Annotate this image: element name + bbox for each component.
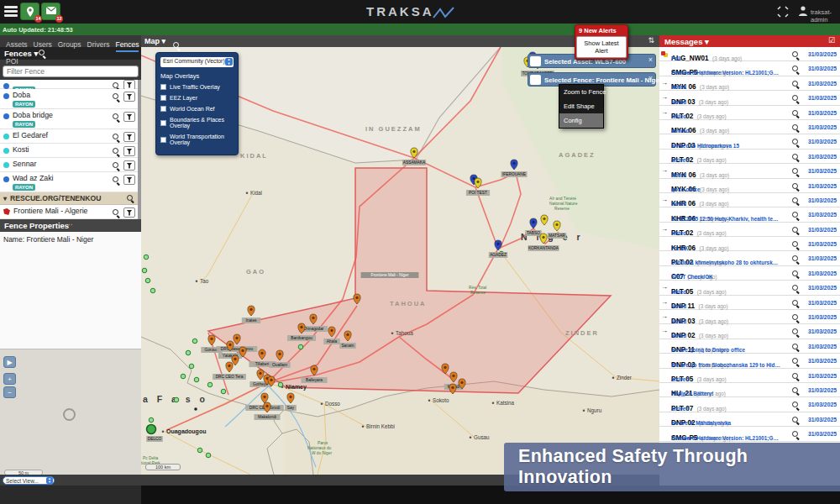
asset-dot-marker[interactable] bbox=[206, 453, 211, 458]
message-date[interactable]: 31/03/2025 bbox=[808, 402, 837, 407]
marker-drc-ceo-torodi[interactable] bbox=[261, 393, 268, 403]
message-row[interactable]: →PLT 02 (3 days ago)Noted31/03/2025 bbox=[659, 223, 840, 237]
asset-dot-marker[interactable] bbox=[298, 344, 303, 349]
user-name[interactable]: traksat-admin bbox=[811, 8, 840, 24]
minimap-zoom-in-button[interactable]: + bbox=[3, 373, 16, 385]
tab-users[interactable]: Users bbox=[34, 40, 52, 50]
locate-message-icon[interactable] bbox=[792, 344, 800, 351]
message-date[interactable]: 31/03/2025 bbox=[808, 139, 837, 144]
locate-message-icon[interactable] bbox=[792, 51, 800, 59]
message-row[interactable]: HU_21 (3 days ago)Replace Battery!31/03/… bbox=[659, 383, 840, 397]
fence-row-doba-bridge[interactable]: Doba bridgeRAYON bbox=[0, 109, 138, 129]
locate-message-icon[interactable] bbox=[792, 212, 800, 219]
message-date[interactable]: 31/03/2025 bbox=[808, 168, 837, 174]
message-row[interactable]: PLT 05 (3 days ago)arrived31/03/2025 bbox=[659, 369, 840, 383]
overlay-toggle-boundaries-places-overlay[interactable]: Boundaries & Places Overlay bbox=[160, 117, 234, 129]
message-date[interactable]: 31/03/2025 bbox=[808, 154, 837, 160]
locate-message-icon[interactable] bbox=[792, 387, 800, 395]
zoom-to-fence-icon[interactable] bbox=[113, 134, 120, 141]
locate-message-icon[interactable] bbox=[792, 402, 800, 409]
fence-filter-button[interactable] bbox=[123, 207, 135, 218]
zoom-to-fence-icon[interactable] bbox=[113, 113, 120, 121]
filter-fence-input[interactable] bbox=[3, 66, 139, 77]
fence-properties-header[interactable]: Fence Properties⋯ bbox=[0, 219, 141, 232]
asset-dot-marker[interactable] bbox=[145, 278, 150, 283]
message-row[interactable]: →DNP 11 (3 days ago)Noted31/03/2025 bbox=[659, 296, 840, 310]
messages-dropdown[interactable]: Messages ▾ bbox=[664, 37, 709, 46]
locate-message-icon[interactable] bbox=[792, 197, 800, 205]
marker-agadez[interactable] bbox=[495, 240, 501, 250]
locate-message-icon[interactable] bbox=[792, 95, 800, 102]
fence-row-el-gedaref[interactable]: El Gedaref bbox=[0, 129, 138, 144]
overlay-toggle-world-transportation-overlay[interactable]: World Transportation Overlay bbox=[160, 134, 234, 145]
show-latest-alert-button[interactable]: Show Latest Alert bbox=[576, 36, 627, 58]
locate-message-icon[interactable] bbox=[792, 168, 800, 176]
asset-dot-marker[interactable] bbox=[197, 448, 202, 453]
context-menu-item-edit-shape[interactable]: Edit Shape bbox=[559, 99, 603, 113]
cluster-marker[interactable] bbox=[147, 425, 156, 434]
locate-message-icon[interactable] bbox=[792, 81, 800, 88]
locate-message-icon[interactable] bbox=[792, 417, 800, 424]
message-date[interactable]: 31/03/2025 bbox=[808, 183, 837, 189]
marker-inates[interactable] bbox=[248, 306, 255, 316]
fence-row-wad-az-zaki[interactable]: Wad az ZakiRAYON bbox=[0, 172, 138, 192]
zoom-to-fence-icon[interactable] bbox=[113, 93, 120, 101]
message-date[interactable]: 31/03/2025 bbox=[808, 300, 837, 306]
locate-message-icon[interactable] bbox=[792, 300, 800, 307]
locate-message-icon[interactable] bbox=[792, 139, 800, 146]
locate-message-icon[interactable] bbox=[792, 183, 800, 191]
message-row[interactable]: C07 (3 days ago)SPOT Check/OK31/03/2025 bbox=[659, 266, 840, 281]
locate-message-icon[interactable] bbox=[792, 373, 800, 381]
locate-message-icon[interactable] bbox=[792, 358, 800, 365]
fence-filter-button[interactable] bbox=[123, 146, 135, 156]
close-fence-panel-icon[interactable]: × bbox=[648, 74, 653, 82]
message-row[interactable]: →DNP 03 (3 days ago)Noted31/03/2025 bbox=[659, 91, 840, 105]
checkbox-icon[interactable] bbox=[160, 95, 166, 101]
tab-groups[interactable]: Groups bbox=[58, 40, 81, 50]
message-row[interactable]: →PLT 02 (3 days ago)Noted31/03/2025 bbox=[659, 106, 840, 120]
asset-dot-marker[interactable] bbox=[189, 364, 194, 369]
marker-makalondi[interactable] bbox=[264, 402, 270, 412]
message-row[interactable]: MYK 06 (3 days ago)arrived31/03/2025 bbox=[659, 120, 840, 134]
locate-message-icon[interactable] bbox=[792, 241, 800, 249]
checkbox-icon[interactable] bbox=[160, 84, 166, 90]
message-date[interactable]: 31/03/2025 bbox=[808, 124, 837, 130]
message-date[interactable]: 31/03/2025 bbox=[808, 241, 837, 247]
marker-iferouane[interactable] bbox=[511, 160, 517, 170]
marker-drc-ceo-tera[interactable] bbox=[226, 362, 233, 372]
message-row[interactable]: SMG-P5 (3 days ago)Firmware/Hardware Ver… bbox=[659, 427, 840, 441]
fence-row-sennar[interactable]: Sennar bbox=[0, 158, 138, 172]
message-date[interactable]: 31/03/2025 bbox=[808, 110, 837, 116]
locate-message-icon[interactable] bbox=[792, 227, 800, 234]
asset-dot-marker[interactable] bbox=[149, 417, 154, 423]
tab-drivers[interactable]: Drivers bbox=[87, 40, 110, 50]
message-row[interactable]: →PLT 05 (3 days ago)Noted31/03/2025 bbox=[659, 281, 840, 295]
asset-dot-marker[interactable] bbox=[142, 268, 147, 273]
asset-dot-marker[interactable] bbox=[186, 350, 191, 355]
tab-assets[interactable]: Assets bbox=[6, 40, 28, 50]
message-date[interactable]: 31/03/2025 bbox=[808, 227, 837, 233]
asset-dot-marker[interactable] bbox=[192, 339, 197, 344]
map-search-icon[interactable] bbox=[173, 42, 181, 50]
fences-search-icon[interactable] bbox=[39, 50, 46, 57]
message-date[interactable]: 31/03/2025 bbox=[808, 314, 837, 320]
message-row[interactable]: →KHR 06 (3 days ago)Noted31/03/2025 bbox=[659, 193, 840, 207]
locate-message-icon[interactable] bbox=[792, 255, 800, 263]
message-row[interactable]: KHR 06 (3 days ago)I'm OK31/03/2025 bbox=[659, 237, 840, 251]
marker-matsar[interactable] bbox=[554, 221, 560, 231]
fence-row-kosti[interactable]: Kosti bbox=[0, 144, 138, 158]
basemap-select[interactable]: Esri Community (Vector)▲▼ bbox=[160, 57, 234, 67]
fullscreen-icon[interactable] bbox=[777, 6, 789, 21]
marker-gotheye[interactable] bbox=[257, 370, 264, 380]
locate-message-icon[interactable] bbox=[792, 154, 800, 161]
message-row[interactable]: DNP 02 (3 days ago)we are in Mahdalynivk… bbox=[659, 412, 840, 427]
message-date[interactable]: 31/03/2025 bbox=[808, 417, 837, 423]
zoom-to-fence-icon[interactable] bbox=[113, 209, 120, 217]
message-row[interactable]: →DNP 02 (3 days ago)Noted31/03/2025 bbox=[659, 324, 840, 339]
message-row[interactable]: SMG-P5 (3 days ago)Firmware/Hardware Ver… bbox=[659, 61, 840, 76]
asset-dot-marker[interactable] bbox=[194, 377, 199, 382]
message-date[interactable]: 31/03/2025 bbox=[808, 387, 837, 393]
message-row[interactable]: DNP 03 (3 days ago)arrived to Hidroparko… bbox=[659, 134, 840, 149]
message-row[interactable]: MYK 06 (3 days ago)go to office31/03/202… bbox=[659, 179, 840, 193]
asset-dot-marker[interactable] bbox=[181, 374, 186, 379]
